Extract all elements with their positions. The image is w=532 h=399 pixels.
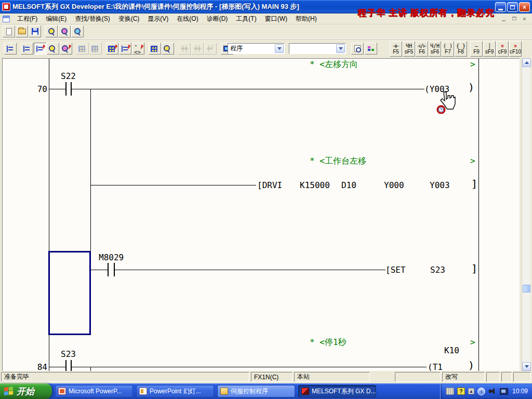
vertical-line-icon: │ [488, 43, 491, 49]
volume-icon[interactable] [488, 388, 497, 395]
program-type-combo[interactable]: 程序 [228, 43, 285, 54]
menu-online[interactable]: 在线(O) [172, 14, 202, 24]
menu-project[interactable]: 工程(F) [13, 14, 42, 24]
rung-line [49, 89, 65, 89]
taskbar-item-melsoft[interactable]: MELSOFT系列 GX D... [298, 385, 376, 397]
fkey-closed-contact-button[interactable]: ⊣/⊢F6 [416, 41, 428, 57]
status-host: 本站 [294, 372, 370, 382]
open-project-button[interactable] [16, 25, 28, 37]
contact-symbol[interactable] [108, 263, 109, 276]
comment-marker: > [470, 337, 475, 347]
child-window-icon[interactable] [3, 16, 10, 22]
scrollbar-thumb[interactable] [523, 285, 530, 292]
system-tray: ? ▲ ‹ 10:09 [440, 383, 532, 399]
rung-line [72, 89, 424, 89]
ladder-list-toggle-button[interactable] [4, 43, 17, 55]
fkey-parallel-closed-button[interactable]: Ч/НsF6 [429, 41, 441, 57]
menu-diagnostics[interactable]: 诊断(D) [203, 14, 232, 24]
restore-button[interactable] [507, 2, 518, 12]
gx-developer-icon [301, 388, 309, 395]
app-icon[interactable] [2, 3, 10, 11]
restore-tray-icon[interactable]: ▲ [468, 388, 474, 394]
menu-find-replace[interactable]: 查找/替换(S) [71, 14, 114, 24]
restore-icon [510, 5, 515, 9]
monitor-mode-button[interactable] [47, 43, 59, 55]
contact-symbol[interactable] [71, 360, 72, 371]
combo-dropdown-button[interactable] [336, 44, 345, 53]
menu-tools[interactable]: 工具(T) [232, 14, 260, 24]
comment-edit-button[interactable] [106, 43, 118, 55]
open-folder-icon [18, 29, 26, 34]
scroll-up-button[interactable] [522, 58, 531, 67]
fkey-coil-button[interactable]: ( )F7 [442, 41, 454, 57]
child-minimize-button[interactable] [499, 15, 508, 22]
instruction-token[interactable]: Y003 [430, 180, 450, 190]
close-button[interactable]: × [519, 2, 530, 12]
start-button[interactable]: 开始 [0, 383, 52, 399]
coil-label[interactable]: (T1 [428, 362, 443, 371]
menu-window[interactable]: 窗口(W) [261, 14, 291, 24]
note-edit-button[interactable]: -<> [132, 43, 144, 55]
taskbar-item-powerpoint-show[interactable]: PowerPoint 幻灯... [136, 385, 214, 397]
statement-edit-button[interactable] [119, 43, 131, 55]
write-mode-button[interactable] [34, 43, 46, 55]
child-minimize-icon [502, 20, 506, 21]
child-close-button[interactable]: × [520, 15, 529, 22]
insert-rung-button: ╪╪ [178, 43, 191, 55]
ladder-canvas[interactable]: * <左移方向 > * <工作台左移 > * <停1秒 > 70 S22 (Y0… [2, 58, 520, 371]
instruction-token[interactable]: [SET [385, 265, 406, 275]
fkey-parallel-open-button[interactable]: ЧНsF5 [403, 41, 415, 57]
instruction-token[interactable]: Y000 [384, 180, 404, 190]
clock-monitor-button[interactable] [162, 43, 174, 55]
contact-symbol[interactable] [65, 82, 66, 96]
find-instruction-button[interactable] [58, 25, 71, 37]
find-step-button[interactable] [351, 43, 364, 55]
device-search-combo[interactable] [289, 43, 346, 54]
ladder-icon [6, 45, 14, 52]
fkey-delete-hline-button[interactable]: ×cF9 [496, 41, 509, 57]
instruction-token[interactable]: [DRVI [257, 180, 282, 190]
menu-convert[interactable]: 变换(C) [114, 14, 144, 24]
menu-edit[interactable]: 编辑(E) [42, 14, 71, 24]
rung-line [72, 367, 427, 367]
selection-cursor-box[interactable] [48, 251, 91, 335]
display-network-icon[interactable] [500, 388, 508, 395]
vertical-scrollbar[interactable] [522, 58, 530, 371]
branch-line [90, 89, 91, 270]
clock[interactable]: 10:09 [512, 388, 528, 395]
input-method-icon[interactable]: ? [457, 388, 465, 395]
taskbar-item-powerpoint-app[interactable]: Microsoft PowerP... [55, 385, 133, 397]
right-bus-bar [478, 59, 479, 371]
new-project-button[interactable] [3, 25, 15, 37]
scroll-down-button[interactable] [522, 362, 531, 371]
keyboard-layout-icon[interactable] [446, 388, 454, 395]
taskbar-item-folder[interactable]: 伺服控制程序 [217, 385, 295, 397]
menu-view[interactable]: 显示(V) [143, 14, 172, 24]
child-restore-button[interactable] [510, 15, 518, 22]
minimize-button[interactable] [495, 2, 506, 12]
save-project-button[interactable] [29, 25, 41, 37]
instruction-token[interactable]: S23 [430, 265, 445, 275]
monitor-write-mode-button[interactable] [60, 43, 72, 55]
instruction-token[interactable]: K15000 [300, 180, 330, 190]
combo-dropdown-button[interactable] [275, 44, 284, 53]
fkey-delete-vline-button[interactable]: ×cF10 [509, 41, 522, 57]
fkey-open-contact-button[interactable]: ⊣⊢F5 [390, 41, 402, 57]
folder-icon [220, 388, 228, 395]
read-mode-button[interactable] [21, 43, 33, 55]
instruction-token[interactable]: D10 [341, 180, 356, 190]
comment-marker: > [470, 156, 475, 166]
page-magnifier-icon [354, 45, 361, 52]
melsoft-gx-developer-window: MELSOFT系列 GX Developer E:\我的课件\伺服课件\伺服控制… [0, 0, 532, 399]
hide-icons-chevron[interactable]: ‹ [477, 388, 485, 395]
contact-symbol[interactable] [65, 360, 66, 371]
menu-help[interactable]: 帮助(H) [291, 14, 321, 24]
fkey-instruction-button[interactable]: { }F8 [455, 41, 467, 57]
project-tree-button[interactable] [365, 43, 377, 55]
close-icon: × [523, 4, 526, 11]
fkey-vline-button[interactable]: │sF9 [483, 41, 496, 57]
fkey-hline-button[interactable]: —F9 [470, 41, 483, 57]
device-memory-button[interactable] [149, 43, 161, 55]
find-string-button[interactable] [71, 25, 84, 37]
find-device-button[interactable] [45, 25, 58, 37]
